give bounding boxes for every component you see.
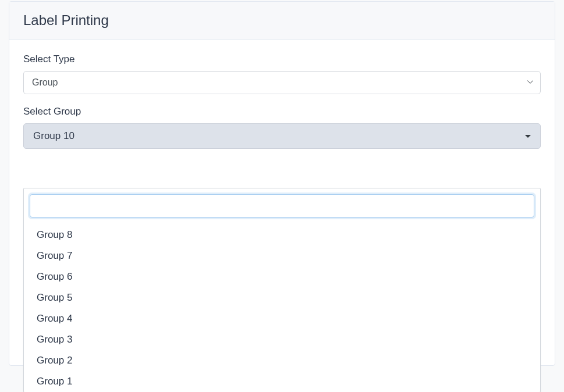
group-option[interactable]: Group 6 [29,266,535,287]
type-select-value: Group [32,77,58,87]
card-body: Select Type Group Select Group Group 10 [9,40,555,365]
type-select-wrapper: Group [23,71,541,94]
group-option[interactable]: Group 4 [29,308,535,329]
group-search-input[interactable] [30,194,534,218]
group-option[interactable]: Group 5 [29,287,535,308]
type-select[interactable]: Group [23,71,541,94]
group-select[interactable]: Group 10 [23,123,541,149]
group-option[interactable]: Group 1 [29,371,535,392]
group-label: Select Group [23,106,541,117]
group-dropdown-panel: Group 8Group 7Group 6Group 5Group 4Group… [23,188,541,392]
type-label: Select Type [23,54,541,65]
group-option[interactable]: Group 2 [29,350,535,371]
type-form-group: Select Type Group [23,54,541,94]
group-form-group: Select Group Group 10 [23,106,541,149]
label-printing-card: Label Printing Select Type Group Select … [9,1,555,366]
page-title: Label Printing [23,12,541,28]
search-wrapper [29,193,535,219]
card-header: Label Printing [9,2,555,40]
group-option[interactable]: Group 3 [29,329,535,350]
caret-down-icon [525,135,531,138]
group-select-value: Group 10 [33,130,75,142]
group-options-list[interactable]: Group 8Group 7Group 6Group 5Group 4Group… [29,224,535,392]
group-option[interactable]: Group 7 [29,245,535,266]
group-option[interactable]: Group 8 [29,224,535,245]
